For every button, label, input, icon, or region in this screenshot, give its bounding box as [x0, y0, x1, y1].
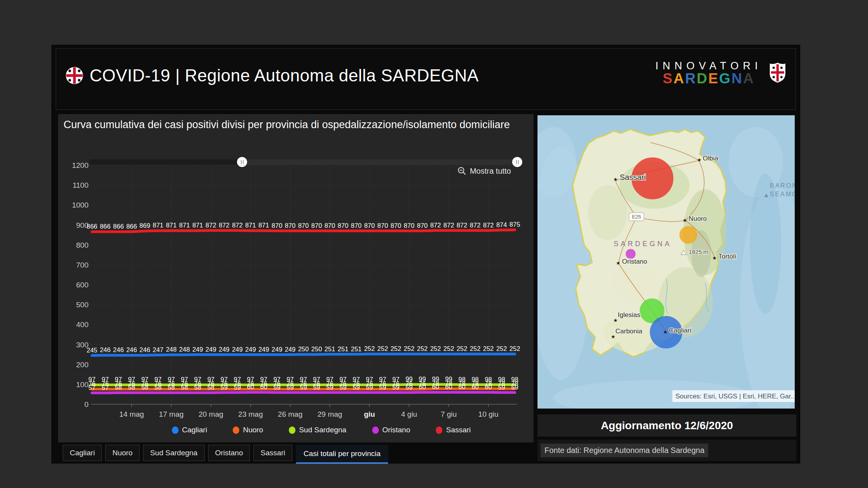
data-label: 249 [205, 346, 216, 353]
map-panel[interactable]: SARDEGNAE251825 mBARONIESEAMOUNT★Olbia★S… [537, 115, 795, 409]
tab-sassari[interactable]: Sassari [253, 445, 292, 461]
city-label-tortolì: Tortolì [718, 253, 736, 260]
star-icon: ★ [663, 329, 668, 335]
data-label: 97 [326, 376, 333, 383]
data-label: 98 [458, 376, 465, 383]
data-label: 97 [247, 376, 254, 383]
sardinia-map[interactable]: SARDEGNAE251825 mBARONIESEAMOUNT★Olbia★S… [537, 115, 795, 409]
data-label: 246 [140, 346, 150, 353]
star-icon: ★ [613, 317, 618, 323]
y-axis-label: 100 [76, 381, 88, 389]
data-label: 99 [432, 375, 439, 382]
data-label: 252 [483, 345, 494, 352]
data-label: 97 [300, 376, 307, 383]
legend-label: Oristano [382, 426, 410, 434]
legend-dot [372, 426, 379, 434]
x-axis-label: 29 mag [318, 410, 342, 418]
y-axis-label: 1200 [72, 161, 88, 169]
data-label: 249 [245, 346, 256, 353]
data-label: 252 [364, 345, 375, 352]
data-label: 99 [445, 375, 452, 382]
map-circle-oristano[interactable] [626, 249, 635, 259]
data-label: 252 [417, 345, 428, 352]
brand-letter: A [674, 70, 685, 86]
brand-letter: N [732, 70, 743, 86]
sea-label: SEAMOUNT [770, 191, 795, 197]
data-label: 249 [219, 346, 230, 353]
city-label-cagliari: Cagliari [669, 327, 691, 334]
data-label: 97 [339, 376, 346, 383]
cumulative-cases-line-chart[interactable]: 0100200300400500600700800900100011001200… [67, 161, 527, 433]
city-label-iglesias: Iglesias [618, 311, 640, 319]
star-icon: ★ [613, 176, 618, 182]
y-axis-label: 1000 [72, 201, 88, 209]
series-line-cagliari[interactable] [92, 354, 515, 356]
x-axis-label: 7 giu [441, 410, 457, 418]
data-label: 870 [311, 222, 322, 229]
data-label: 97 [353, 376, 360, 383]
data-label: 870 [377, 222, 388, 229]
data-label: 872 [232, 222, 243, 229]
data-label: 251 [351, 345, 362, 352]
data-label: 872 [470, 222, 481, 229]
brand-letter: A [743, 70, 755, 86]
data-label: 866 [126, 223, 137, 230]
peak-label: 1825 m [689, 248, 708, 255]
data-label: 872 [219, 222, 230, 229]
data-label: 870 [417, 222, 428, 229]
chart-legend: CagliariNuoroSud SardegnaOristanoSassari [172, 426, 471, 434]
legend-dot [436, 426, 442, 434]
page-title: COVID-19 | Regione Autonoma della SARDEG… [90, 66, 479, 85]
data-label: 247 [153, 346, 164, 353]
data-label: 249 [272, 346, 283, 353]
data-label: 97 [260, 376, 267, 383]
data-label: 870 [364, 222, 375, 229]
data-label: 871 [166, 222, 177, 229]
legend-item-sud-sardegna[interactable]: Sud Sardegna [289, 426, 346, 434]
map-circle-nuoro[interactable] [680, 226, 697, 243]
tab-oristano[interactable]: Oristano [208, 445, 250, 461]
data-label: 250 [298, 345, 309, 352]
sardinia-crest-icon [769, 62, 786, 83]
data-label: 97 [168, 376, 175, 383]
tab-nuoro[interactable]: Nuoro [105, 445, 140, 461]
legend-item-nuoro[interactable]: Nuoro [233, 426, 263, 434]
series-line-oristano[interactable] [92, 392, 515, 393]
data-label: 252 [444, 345, 454, 352]
data-label: 872 [205, 222, 216, 229]
data-label: 870 [338, 222, 348, 229]
data-label: 97 [194, 376, 201, 383]
series-line-sassari[interactable] [92, 230, 515, 232]
data-label: 870 [404, 222, 415, 229]
data-label: 871 [258, 222, 269, 229]
x-axis-label: 4 giu [401, 410, 417, 418]
source-text: Fonte dati: Regione Autonoma della Sarde… [541, 444, 708, 457]
legend-item-cagliari[interactable]: Cagliari [172, 426, 207, 434]
y-axis-label: 400 [76, 321, 88, 329]
data-label: 252 [404, 345, 415, 352]
data-label: 248 [179, 346, 190, 353]
data-label: 97 [392, 376, 400, 383]
legend-label: Cagliari [182, 426, 207, 434]
data-label: 871 [153, 222, 164, 229]
star-icon: ★ [697, 157, 702, 163]
data-label: 249 [285, 346, 296, 353]
tab-casi-totali-per-provincia[interactable]: Casi totali per provincia [296, 445, 388, 464]
star-icon: ★ [616, 260, 621, 266]
data-label: 249 [258, 346, 269, 353]
header: COVID-19 | Regione Autonoma della SARDEG… [56, 48, 796, 110]
data-label: 97 [115, 376, 122, 383]
update-text: Aggiornamento 12/6/2020 [601, 419, 733, 432]
data-label: 866 [87, 223, 97, 230]
data-label: 252 [456, 345, 467, 352]
legend-item-oristano[interactable]: Oristano [372, 426, 410, 434]
map-attribution: Sources: Esri, USGS | Esri, HERE, Gar... [675, 393, 795, 400]
legend-dot [172, 426, 179, 434]
y-axis-label: 700 [76, 261, 88, 269]
tab-cagliari[interactable]: Cagliari [63, 445, 102, 461]
legend-item-sassari[interactable]: Sassari [436, 426, 470, 434]
tab-sud-sardegna[interactable]: Sud Sardegna [143, 445, 205, 461]
data-label: 97 [221, 376, 228, 383]
city-label-carbonia: Carbonia [615, 328, 643, 335]
star-icon: ★ [682, 217, 687, 223]
